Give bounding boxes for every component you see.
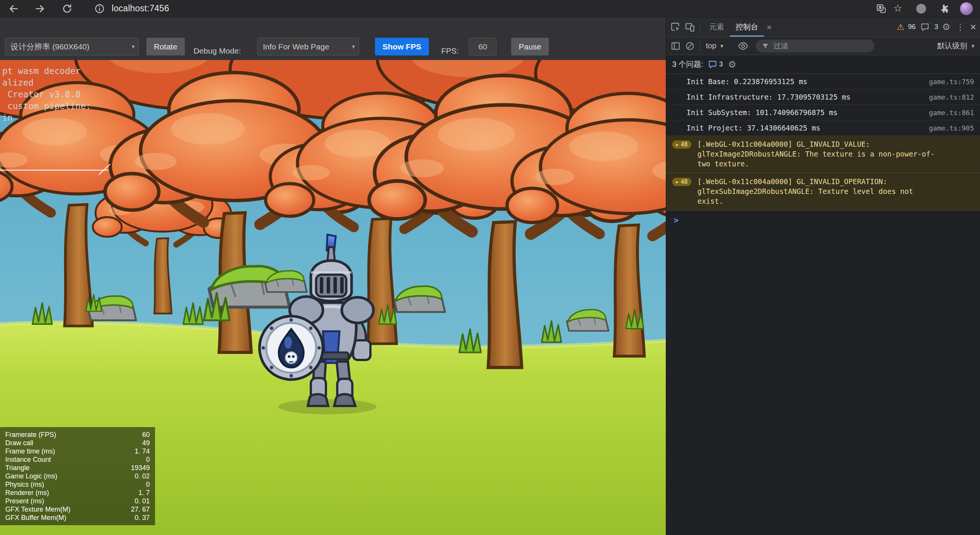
bookmark-star-icon[interactable]: ☆ [889, 1, 906, 16]
issues-bar: 3 个问题: 3 ⚙ [666, 55, 980, 74]
debug-mode-label: Debug Mode: [194, 46, 241, 56]
chevron-down-icon: ▼ [719, 43, 725, 49]
pause-button[interactable]: Pause [511, 38, 549, 56]
issues-bubble-icon[interactable] [708, 60, 718, 69]
debug-mode-select-value: Info For Web Page [263, 42, 329, 51]
chevron-down-icon: ▾ [352, 43, 355, 50]
stat-row: Draw call49 [5, 439, 150, 447]
messages-bubble-icon[interactable] [919, 20, 931, 34]
settings-gear-icon[interactable]: ⚙ [942, 22, 950, 32]
stat-row: GFX Texture Mem(M)27. 67 [5, 505, 150, 513]
fps-label: FPS: [441, 46, 459, 56]
tab-elements[interactable]: 元素 [703, 18, 730, 37]
engine-log-overlay: pt wasm decoderalized Creator v3.8.8 cus… [2, 65, 91, 124]
separator [700, 41, 700, 51]
inspect-element-icon[interactable] [668, 20, 683, 34]
kebab-menu-icon[interactable]: ⋮ [955, 22, 966, 32]
message-count: 3 [934, 23, 938, 31]
expand-triangle-icon[interactable]: ▶ [676, 142, 679, 147]
game-preview-toolbar: 设计分辨率 (960X640) ▾ Rotate Debug Mode: Inf… [0, 18, 666, 60]
source-link[interactable]: game.ts:759 [921, 78, 974, 86]
stat-row: GFX Buffer Mem(M)0. 37 [5, 513, 150, 522]
console-warning-row[interactable]: ▶48 [.WebGL-0x11c004a0000] GL_INVALID_OP… [666, 173, 980, 210]
more-tabs-icon[interactable]: » [764, 23, 775, 31]
site-info-icon[interactable] [91, 1, 108, 16]
game-canvas[interactable]: pt wasm decoderalized Creator v3.8.8 cus… [0, 60, 666, 535]
console-prompt[interactable]: > [666, 210, 980, 227]
debug-mode-select[interactable]: Info For Web Page ▾ [257, 38, 359, 56]
fps-input[interactable] [469, 38, 496, 56]
console-sidebar-icon[interactable] [668, 39, 683, 53]
stat-row: Triangle19349 [5, 464, 150, 472]
source-link[interactable]: game.ts:861 [921, 109, 974, 116]
show-fps-button[interactable]: Show FPS [375, 38, 429, 56]
profile-avatar[interactable] [958, 1, 975, 16]
separator [700, 22, 700, 32]
repeat-count-badge: ▶48 [672, 178, 691, 186]
console-message-row: Init SubSystem: 101.740966796875 ms game… [666, 105, 980, 120]
warning-count: 96 [908, 23, 915, 31]
console-toolbar: top ▼ 默认级别 ▼ [666, 37, 980, 55]
log-level-select[interactable]: 默认级别 ▼ [937, 41, 975, 51]
filter-input[interactable] [773, 41, 858, 51]
stat-row: Instance Count0 [5, 455, 150, 464]
game-preview-page: 设计分辨率 (960X640) ▾ Rotate Debug Mode: Inf… [0, 18, 666, 535]
close-devtools-icon[interactable]: × [970, 21, 976, 33]
devtools-tabbar: 元素 控制台 » ⚠ 96 3 ⚙ ⋮ × [666, 18, 980, 37]
issues-settings-gear-icon[interactable]: ⚙ [728, 60, 736, 69]
chevron-down-icon: ▾ [132, 43, 135, 50]
console-prompt-icon: > [674, 216, 679, 225]
extension-dot-icon[interactable] [913, 1, 929, 16]
source-link[interactable]: game.ts:905 [921, 124, 974, 132]
tab-console[interactable]: 控制台 [730, 18, 764, 37]
forward-icon[interactable] [32, 1, 48, 16]
context-selector[interactable]: top ▼ [703, 41, 727, 50]
extensions-puzzle-icon[interactable] [935, 1, 952, 16]
repeat-count-badge: ▶48 [672, 140, 691, 149]
console-message-row: Init Project: 37.14306640625 ms game.ts:… [666, 120, 980, 136]
translate-icon[interactable] [873, 1, 889, 16]
resolution-select-value: 设计分辨率 (960X640) [11, 41, 89, 52]
stat-row: Present (ms)0. 01 [5, 497, 150, 505]
console-filter[interactable] [756, 40, 874, 53]
expand-triangle-icon[interactable]: ▶ [676, 180, 679, 185]
console-message-row: Init Base: 0.223876953125 ms game.ts:759 [666, 74, 980, 89]
rotate-button[interactable]: Rotate [146, 38, 185, 56]
issues-label: 3 个问题: [672, 59, 703, 69]
stat-row: Game Logic (ms)0. 02 [5, 472, 150, 480]
issues-count: 3 [719, 61, 723, 68]
reload-icon[interactable] [59, 1, 75, 16]
console-warning-row[interactable]: ▶48 [.WebGL-0x11c004a0000] GL_INVALID_VA… [666, 136, 980, 173]
console-message-row: Init Infrastructure: 17.73095703125 ms g… [666, 89, 980, 105]
stat-row: Physics (ms)0 [5, 480, 150, 489]
address-bar[interactable]: localhost:7456 [111, 3, 169, 14]
stat-row: Frame time (ms)1. 74 [5, 447, 150, 455]
devtools-panel: 元素 控制台 » ⚠ 96 3 ⚙ ⋮ × [666, 18, 980, 535]
browser-toolbar: localhost:7456 ☆ [0, 0, 980, 18]
back-icon[interactable] [5, 1, 22, 16]
stat-row: Framerate (FPS)60 [5, 430, 150, 439]
clear-console-icon[interactable] [683, 39, 697, 53]
profiler-stats-panel: Framerate (FPS)60 Draw call49 Frame time… [0, 427, 155, 525]
console-message-list: Init Base: 0.223876953125 ms game.ts:759… [666, 74, 980, 227]
chevron-down-icon: ▼ [970, 43, 975, 49]
stat-row: Renderer (ms)1. 7 [5, 489, 150, 497]
live-expression-eye-icon[interactable] [736, 39, 750, 53]
resolution-select[interactable]: 设计分辨率 (960X640) ▾ [5, 38, 139, 56]
warning-triangle-icon[interactable]: ⚠ [897, 22, 904, 32]
device-toolbar-icon[interactable] [683, 20, 697, 34]
screen: localhost:7456 ☆ 设计分辨率 (960X640) ▾ Rotat… [0, 0, 980, 535]
source-link[interactable]: game.ts:812 [921, 93, 974, 101]
filter-funnel-icon [762, 42, 769, 50]
